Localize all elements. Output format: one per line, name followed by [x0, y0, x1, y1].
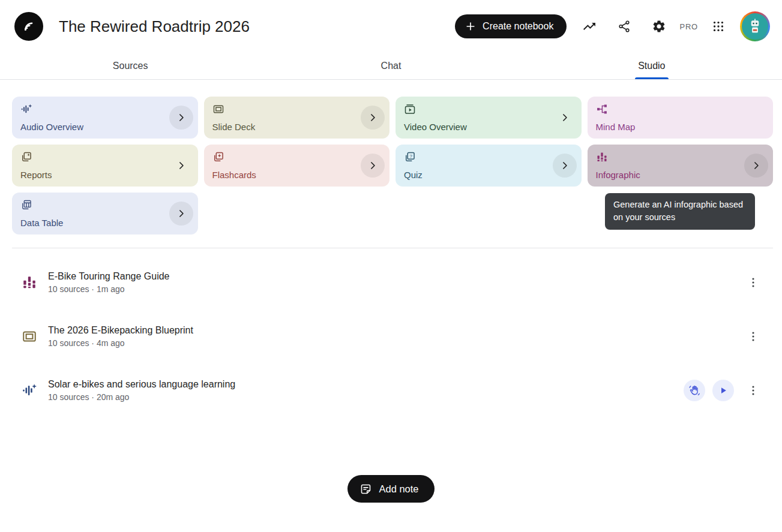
chevron-right-icon[interactable]: [553, 154, 577, 178]
slide-deck-icon: [22, 329, 37, 344]
infographic-tooltip: Generate an AI infographic based on your…: [605, 193, 755, 230]
header-actions: Create notebook PRO: [455, 11, 770, 41]
more-options-button[interactable]: [741, 324, 765, 348]
artifact-title[interactable]: Solar e-bikes and serious language learn…: [48, 379, 684, 390]
kebab-menu-icon: [747, 330, 760, 343]
mind-map-icon: [596, 103, 608, 115]
studio-card-quiz[interactable]: ?Quiz: [396, 145, 582, 187]
tab-studio[interactable]: Studio: [522, 53, 782, 79]
artifact-row-the-2026-e-bikepacking-blueprint[interactable]: The 2026 E-Bikepacking Blueprint10 sourc…: [22, 309, 765, 363]
studio-card-mind-map[interactable]: Mind Map: [588, 97, 774, 139]
gear-icon: [652, 19, 666, 34]
notebooklm-logo-icon[interactable]: [14, 12, 43, 41]
chevron-right-icon[interactable]: [361, 106, 385, 130]
chevron-right-icon[interactable]: [169, 202, 193, 226]
svg-text:?: ?: [409, 154, 412, 159]
audio-waveform-icon: [22, 383, 37, 398]
infographic-icon: [596, 151, 608, 163]
studio-card-label: Mind Map: [596, 122, 636, 132]
studio-card-video-overview[interactable]: Video Overview: [396, 97, 582, 139]
active-tab-indicator: [635, 77, 669, 79]
artifact-row-solar-e-bikes-and-serious-language-learning[interactable]: Solar e-bikes and serious language learn…: [22, 363, 765, 417]
notebook-title[interactable]: The Rewired Roadtrip 2026: [59, 17, 250, 36]
share-button[interactable]: [612, 14, 636, 38]
user-avatar[interactable]: [740, 11, 770, 41]
studio-card-label: Reports: [20, 170, 52, 180]
studio-card-label: Flashcards: [212, 170, 256, 180]
chevron-right-icon[interactable]: [744, 154, 768, 178]
trending-up-icon: [582, 19, 597, 34]
kebab-menu-icon: [747, 384, 760, 397]
add-note-label: Add note: [379, 483, 418, 495]
create-notebook-button[interactable]: Create notebook: [455, 14, 567, 38]
tab-sources-label: Sources: [113, 61, 148, 71]
studio-card-flashcards[interactable]: Flashcards: [204, 145, 390, 187]
artifact-text: E-Bike Touring Range Guide10 sources · 1…: [48, 271, 741, 294]
video-overview-icon: [404, 103, 416, 115]
hand-wave-icon: [688, 384, 700, 396]
play-audio-button[interactable]: [712, 380, 734, 401]
artifact-actions: [684, 378, 765, 402]
tab-bar: Sources Chat Studio: [0, 53, 782, 80]
studio-card-label: Video Overview: [404, 122, 467, 132]
chevron-right-icon[interactable]: [553, 106, 577, 130]
tab-studio-label: Studio: [638, 61, 665, 71]
reports-icon: [20, 151, 32, 163]
tab-chat[interactable]: Chat: [260, 53, 521, 79]
infographic-icon: [22, 275, 37, 290]
artifact-title[interactable]: E-Bike Touring Range Guide: [48, 271, 741, 282]
more-options-button[interactable]: [741, 270, 765, 294]
studio-card-reports[interactable]: Reports: [12, 145, 198, 187]
more-options-button[interactable]: [741, 378, 765, 402]
kebab-menu-icon: [747, 276, 760, 289]
apps-grid-icon: [712, 20, 725, 33]
share-icon: [618, 20, 631, 33]
studio-card-label: Slide Deck: [212, 122, 256, 132]
pro-badge: PRO: [679, 22, 698, 31]
tab-sources[interactable]: Sources: [0, 53, 260, 79]
artifact-actions: [741, 324, 765, 348]
interactive-mode-button[interactable]: [684, 380, 705, 401]
studio-card-data-table[interactable]: Data Table: [12, 193, 198, 235]
artifact-list: E-Bike Touring Range Guide10 sources · 1…: [0, 248, 782, 417]
app-header: The Rewired Roadtrip 2026 Create noteboo…: [0, 0, 782, 53]
footer: Add note: [0, 475, 782, 503]
chevron-right-icon[interactable]: [169, 154, 193, 178]
flashcards-icon: [212, 151, 224, 163]
artifact-title[interactable]: The 2026 E-Bikepacking Blueprint: [48, 325, 741, 336]
studio-card-label: Quiz: [404, 170, 423, 180]
audio-waveform-icon: [20, 103, 32, 115]
studio-card-audio-overview[interactable]: Audio Overview: [12, 97, 198, 139]
studio-card-label: Infographic: [596, 170, 640, 180]
artifact-meta: 10 sources · 20m ago: [48, 392, 684, 402]
quiz-icon: ?: [404, 151, 416, 163]
artifact-row-e-bike-touring-range-guide[interactable]: E-Bike Touring Range Guide10 sources · 1…: [22, 256, 765, 309]
robot-avatar-image: [742, 13, 768, 40]
chevron-right-icon[interactable]: [169, 106, 193, 130]
artifact-actions: [741, 270, 765, 294]
settings-button[interactable]: [647, 14, 671, 38]
artifact-text: Solar e-bikes and serious language learn…: [48, 379, 684, 402]
artifact-meta: 10 sources · 4m ago: [48, 338, 741, 348]
studio-card-infographic[interactable]: Infographic: [588, 145, 774, 187]
artifact-text: The 2026 E-Bikepacking Blueprint10 sourc…: [48, 325, 741, 348]
analytics-button[interactable]: [577, 14, 601, 38]
slide-deck-icon: [212, 103, 224, 115]
studio-card-label: Audio Overview: [20, 122, 83, 132]
artifact-meta: 10 sources · 1m ago: [48, 284, 741, 294]
plus-icon: [465, 20, 477, 32]
data-table-icon: [20, 199, 32, 211]
play-icon: [718, 385, 729, 396]
add-note-button[interactable]: Add note: [347, 475, 434, 503]
studio-card-label: Data Table: [20, 218, 63, 228]
apps-grid-button[interactable]: [706, 14, 730, 38]
tab-chat-label: Chat: [381, 61, 402, 71]
note-icon: [359, 483, 372, 495]
create-notebook-label: Create notebook: [483, 21, 553, 32]
chevron-right-icon[interactable]: [361, 154, 385, 178]
studio-card-slide-deck[interactable]: Slide Deck: [204, 97, 390, 139]
